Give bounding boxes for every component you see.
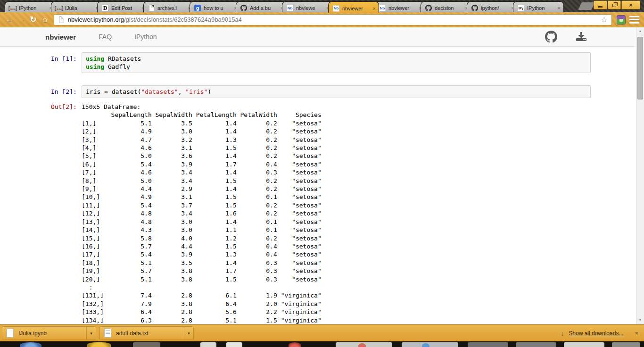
download-filename: adult.data.txt bbox=[116, 330, 184, 337]
nbviewer-brand[interactable]: nbviewer bbox=[45, 33, 76, 41]
github-favicon bbox=[425, 4, 432, 12]
web-page: nbviewer FAQ IPython In [1]:using RDatas… bbox=[0, 27, 644, 324]
close-icon: × bbox=[629, 1, 633, 8]
nbviewer-favicon: Nb bbox=[379, 4, 386, 12]
taskbar-button[interactable] bbox=[226, 342, 242, 347]
extension-icon[interactable] bbox=[617, 15, 626, 25]
taskbar[interactable] bbox=[0, 341, 644, 347]
menu-icon[interactable] bbox=[629, 16, 639, 24]
tab-close-icon[interactable]: × bbox=[372, 6, 376, 11]
browser-tab[interactable]: ipython/× bbox=[467, 1, 518, 12]
downloads-bar: IJulia.ipynb▾adult.data.txt▾ ↓ Show all … bbox=[0, 324, 644, 341]
download-notebook-icon[interactable] bbox=[575, 32, 587, 42]
minimize-button[interactable] bbox=[594, 0, 607, 9]
taskbar-button[interactable] bbox=[358, 343, 366, 347]
code-cell: In [1]:using RDatasetsusing Gadfly bbox=[51, 52, 636, 73]
tab-title: decision bbox=[435, 5, 462, 11]
forward-button[interactable]: → bbox=[16, 15, 27, 25]
scrollbar-thumb[interactable] bbox=[637, 37, 643, 99]
browser-tab[interactable]: Nbnbviewer× bbox=[328, 1, 379, 13]
code-cell: In [2]:iris = dataset("datasets", "iris"… bbox=[51, 85, 636, 98]
taskbar-button[interactable] bbox=[422, 343, 429, 347]
browser-tab[interactable]: Nbnbviewer× bbox=[374, 1, 425, 12]
github-icon[interactable] bbox=[545, 31, 557, 43]
tab-title: IJulia bbox=[65, 5, 92, 11]
browser-window: []IPython×[]IJulia×DEdit Post×archive.i×… bbox=[0, 0, 644, 347]
download-item[interactable]: IJulia.ipynb▾ bbox=[2, 326, 96, 340]
nav-link-faq[interactable]: FAQ bbox=[99, 33, 112, 41]
new-tab-button[interactable] bbox=[578, 2, 594, 10]
browser-tab[interactable]: Add a bu× bbox=[236, 1, 287, 12]
window-controls: × bbox=[594, 0, 640, 9]
dataframe-output: 150x5 DataFrame: SepalLength SepalWidth … bbox=[82, 103, 322, 324]
download-item[interactable]: adult.data.txt▾ bbox=[99, 326, 194, 340]
notebook-content: In [1]:using RDatasetsusing GadflyIn [2]… bbox=[0, 47, 636, 324]
browser-toolbar: ← → ↻ ⌂ nbviewer.ipython.org/gist/decisi… bbox=[0, 12, 644, 27]
refresh-button[interactable]: ↻ bbox=[27, 15, 39, 25]
nav-link-ipython[interactable]: IPython bbox=[134, 33, 157, 41]
url-path: /gist/decisionstats/62c5387624a9ba9015a4 bbox=[124, 16, 242, 23]
github-favicon bbox=[471, 4, 479, 12]
tab-title: archive.i bbox=[157, 5, 185, 11]
taskbar-button[interactable] bbox=[468, 342, 508, 347]
download-dropdown-icon[interactable]: ▾ bbox=[86, 327, 96, 339]
file-icon bbox=[7, 329, 14, 338]
downloads-bar-close-icon[interactable]: × bbox=[635, 330, 638, 337]
tab-strip: []IPython×[]IJulia×DEdit Post×archive.i×… bbox=[0, 0, 644, 12]
code-input-area: using RDatasetsusing Gadfly bbox=[82, 52, 591, 73]
taskbar-button[interactable] bbox=[612, 342, 640, 347]
back-button[interactable]: ← bbox=[4, 15, 16, 25]
scroll-down-icon[interactable]: ▼ bbox=[636, 316, 644, 323]
taskbar-button[interactable] bbox=[20, 342, 41, 347]
input-prompt: In [1]: bbox=[51, 52, 78, 73]
tab-title: Add a bu bbox=[250, 5, 277, 11]
show-all-downloads-link[interactable]: Show all downloads... bbox=[569, 330, 623, 337]
browser-tab[interactable]: archive.i× bbox=[143, 1, 194, 12]
google-icon: g bbox=[194, 4, 201, 12]
code-line: using Gadfly bbox=[86, 63, 586, 71]
tab-title: nbviewer bbox=[342, 6, 370, 11]
taskbar-button[interactable] bbox=[133, 342, 160, 347]
bookmark-star-icon[interactable]: ☆ bbox=[600, 15, 608, 24]
taskbar-button[interactable] bbox=[516, 342, 556, 347]
download-filename: IJulia.ipynb bbox=[18, 330, 86, 337]
browser-tab[interactable]: []IJulia× bbox=[51, 1, 102, 12]
taskbar-button[interactable] bbox=[402, 342, 458, 347]
scrollbar[interactable]: ▲ ▼ bbox=[636, 27, 644, 324]
tab-title: nbviewer bbox=[388, 5, 416, 11]
taskbar-button[interactable] bbox=[564, 342, 604, 347]
output-prompt: Out[2]: bbox=[51, 103, 78, 324]
address-bar[interactable]: nbviewer.ipython.org/gist/decisionstats/… bbox=[54, 14, 612, 25]
close-window-button[interactable]: × bbox=[621, 0, 640, 9]
browser-tab[interactable]: DEdit Post× bbox=[97, 1, 148, 12]
url-text[interactable]: nbviewer.ipython.org/gist/decisionstats/… bbox=[68, 16, 600, 23]
taskbar-button[interactable] bbox=[289, 342, 301, 347]
browser-tab[interactable]: ghow to u× bbox=[190, 1, 240, 12]
browser-tab[interactable]: []IPython× bbox=[5, 1, 56, 12]
url-domain: nbviewer.ipython.org bbox=[68, 16, 124, 23]
downloads-arrow-icon: ↓ bbox=[561, 330, 564, 337]
page-icon bbox=[59, 17, 64, 23]
tab-title: nbviewe bbox=[296, 5, 323, 11]
code-input-area: iris = dataset("datasets", "iris") bbox=[82, 85, 591, 98]
browser-tab[interactable]: decision× bbox=[421, 1, 471, 12]
output-cell: Out[2]:150x5 DataFrame: SepalLength Sepa… bbox=[51, 103, 636, 324]
minimize-icon bbox=[598, 6, 603, 8]
restore-icon bbox=[612, 4, 616, 7]
ipython-bracket-dots-icon: [] bbox=[9, 4, 17, 12]
taskbar-button[interactable] bbox=[200, 342, 216, 347]
nbviewer-favicon: Nb bbox=[332, 5, 340, 12]
tab-title: how to u bbox=[204, 5, 231, 11]
ipython-text-favicon: IPy bbox=[517, 4, 525, 12]
scroll-up-icon[interactable]: ▲ bbox=[636, 27, 644, 34]
nbviewer-favicon: Nb bbox=[286, 4, 294, 12]
taskbar-button[interactable] bbox=[87, 342, 111, 347]
nbviewer-header: nbviewer FAQ IPython bbox=[0, 27, 644, 47]
home-button[interactable]: ⌂ bbox=[39, 15, 51, 25]
download-dropdown-icon[interactable]: ▾ bbox=[184, 327, 193, 339]
code-line: using RDatasets bbox=[86, 55, 586, 63]
tab-close-icon[interactable]: × bbox=[557, 5, 561, 11]
browser-tab[interactable]: IPyIPython× bbox=[513, 1, 564, 12]
browser-tab[interactable]: Nbnbviewe× bbox=[282, 1, 333, 12]
restore-button[interactable] bbox=[608, 0, 621, 9]
